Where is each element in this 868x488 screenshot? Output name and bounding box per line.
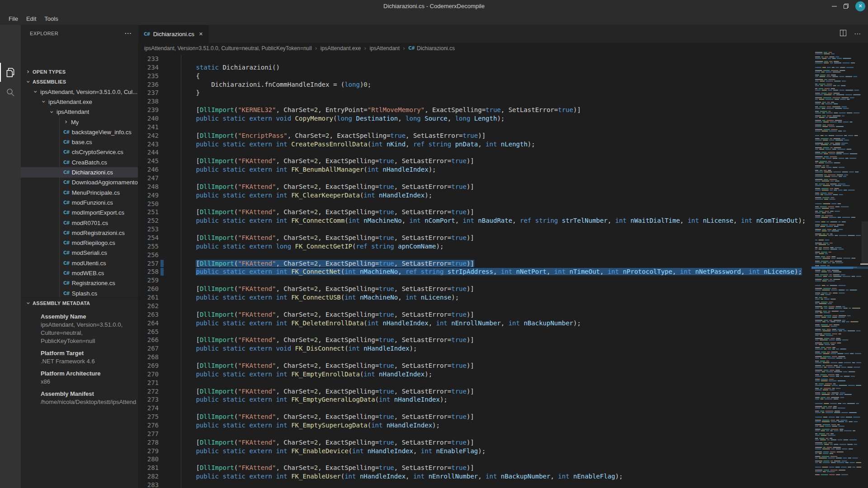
code-line-236[interactable]: 236 Dichiarazioni.fnCommHandleIndex = (l… — [138, 80, 811, 89]
code-line-235[interactable]: 235 { — [138, 72, 811, 80]
sidebar-item-modimportexport-cs[interactable]: modImportExport.cs — [21, 208, 138, 218]
more-actions-icon[interactable]: ⋯ — [854, 30, 861, 38]
code-line-270[interactable]: 270 public static extern int FK_EmptyEnr… — [138, 370, 811, 379]
code-line-259[interactable]: 259 — [138, 276, 811, 285]
menu-item-file[interactable]: File — [5, 14, 22, 23]
sidebar-item-modr0701-cs[interactable]: modR0701.cs — [21, 218, 138, 228]
sidebar-item-my[interactable]: ›My — [21, 117, 138, 127]
scrollbar-slider[interactable] — [862, 221, 868, 265]
close-icon[interactable]: ✕ — [855, 1, 865, 11]
overview-ruler[interactable] — [861, 51, 868, 488]
breadcrumb-item[interactable]: ipsAttendant, Version=3.51.0.0, Culture=… — [144, 45, 312, 52]
code-line-268[interactable]: 268 — [138, 353, 811, 361]
sidebar-item-ipsattendant-version-3-51-0-0-cul-[interactable]: ›ipsAttendant, Version=3.51.0.0, Cul... — [21, 87, 138, 97]
code-line-276[interactable]: 276 public static extern int FK_EmptySup… — [138, 421, 811, 430]
code-line-251[interactable]: 251 [DllImport("FKAttend", CharSet=2, Ex… — [138, 208, 811, 216]
code-line-278[interactable]: 278 [DllImport("FKAttend", CharSet=2, Ex… — [138, 438, 811, 447]
code-line-272[interactable]: 272 [DllImport("FKAttend", CharSet=2, Ex… — [138, 387, 811, 396]
code-line-254[interactable]: 254 [DllImport("FKAttend", CharSet=2, Ex… — [138, 234, 811, 242]
code-line-269[interactable]: 269 [DllImport("FKAttend", CharSet=2, Ex… — [138, 361, 811, 370]
code-line-267[interactable]: 267 public static extern void FK_DisConn… — [138, 344, 811, 353]
menu-item-tools[interactable]: Tools — [40, 14, 62, 23]
code-line-257[interactable]: 257 [DllImport("FKAttend", CharSet=2, Ex… — [138, 259, 811, 268]
sidebar-item-menuprincipale-cs[interactable]: MenuPrincipale.cs — [21, 188, 138, 197]
sidebar-item-modseriali-cs[interactable]: modSeriali.cs — [21, 248, 138, 258]
code-line-283[interactable]: 283 — [138, 481, 811, 488]
code-line-239[interactable]: 239 [DllImport("KERNEL32", CharSet=2, En… — [138, 106, 811, 114]
code-line-241[interactable]: 241 — [138, 123, 811, 131]
code-line-242[interactable]: 242 [DllImport("EncriptPass", CharSet=2,… — [138, 131, 811, 140]
restore-icon[interactable] — [843, 3, 849, 9]
menu-item-edit[interactable]: Edit — [22, 14, 40, 23]
line-number: 281 — [138, 464, 165, 472]
code-line-243[interactable]: 243 public static extern int CreatePassE… — [138, 140, 811, 149]
sidebar-item-base-cs[interactable]: base.cs — [21, 137, 138, 147]
code-line-266[interactable]: 266 [DllImport("FKAttend", CharSet=2, Ex… — [138, 336, 811, 344]
section-assembly-metadata[interactable]: › ASSEMBLY METADATA — [21, 298, 138, 309]
code-line-237[interactable]: 237 } — [138, 89, 811, 97]
code-line-273[interactable]: 273 public static extern int FK_EmptyGen… — [138, 395, 811, 404]
minimize-icon[interactable] — [832, 4, 837, 9]
sidebar-item-modweb-cs[interactable]: modWEB.cs — [21, 268, 138, 278]
breadcrumb-item[interactable]: ipsAttendant.exe — [321, 45, 361, 52]
search-icon[interactable] — [0, 82, 21, 102]
sidebar-item-registrazione-cs[interactable]: Registrazione.cs — [21, 278, 138, 288]
sidebar-item-modutenti-cs[interactable]: modUtenti.cs — [21, 258, 138, 268]
code-line-280[interactable]: 280 — [138, 455, 811, 464]
code-line-234[interactable]: 234 static Dichiarazioni() — [138, 63, 811, 72]
code-line-246[interactable]: 246 public static extern int FK_BenumbAl… — [138, 165, 811, 174]
line-number: 278 — [138, 438, 165, 447]
sidebar-item-creabatch-cs[interactable]: CreaBatch.cs — [21, 157, 138, 167]
code-line-256[interactable]: 256 — [138, 251, 811, 259]
sidebar-item-ipsattendant-exe[interactable]: ›ipsAttendant.exe — [21, 97, 138, 107]
code-line-250[interactable]: 250 — [138, 200, 811, 208]
code-line-263[interactable]: 263 [DllImport("FKAttend", CharSet=2, Ex… — [138, 310, 811, 319]
code-line-277[interactable]: 277 — [138, 430, 811, 438]
sidebar-item-ipsattendant[interactable]: ›ipsAttendant — [21, 107, 138, 117]
sidebar-item-splash-cs[interactable]: Splash.cs — [21, 288, 138, 298]
code-line-245[interactable]: 245 [DllImport("FKAttend", CharSet=2, Ex… — [138, 157, 811, 165]
code-line-279[interactable]: 279 public static extern int FK_EnableDe… — [138, 447, 811, 455]
sidebar-item-backstageview-info-cs[interactable]: backstageView_info.cs — [21, 127, 138, 137]
code-line-275[interactable]: 275 [DllImport("FKAttend", CharSet=2, Ex… — [138, 413, 811, 421]
code-line-282[interactable]: 282 public static extern int FK_EnableUs… — [138, 472, 811, 481]
code-line-248[interactable]: 248 [DllImport("FKAttend", CharSet=2, Ex… — [138, 183, 811, 191]
code-line-253[interactable]: 253 — [138, 225, 811, 234]
code-line-content: public static extern int FK_ConnectNet(i… — [165, 267, 811, 276]
more-actions-icon[interactable]: ⋯ — [124, 29, 132, 38]
code-line-271[interactable]: 271 — [138, 379, 811, 387]
sidebar-item-clscryptoservice-cs[interactable]: clsCryptoService.cs — [21, 147, 138, 157]
tab-dichiarazioni[interactable]: Dichiarazioni.cs — [138, 25, 208, 43]
split-editor-icon[interactable] — [840, 29, 847, 38]
code-line-238[interactable]: 238 — [138, 97, 811, 106]
section-open-types[interactable]: › OPEN TYPES — [21, 67, 138, 77]
code-line-260[interactable]: 260 [DllImport("FKAttend", CharSet=2, Ex… — [138, 285, 811, 293]
section-assemblies[interactable]: › ASSEMBLIES — [21, 77, 138, 87]
breadcrumb[interactable]: ipsAttendant, Version=3.51.0.0, Culture=… — [138, 43, 868, 53]
minimap[interactable] — [811, 51, 861, 488]
code-line-262[interactable]: 262 — [138, 302, 811, 310]
code-line-264[interactable]: 264 public static extern int FK_DeleteEn… — [138, 319, 811, 328]
breadcrumb-item[interactable]: Dichiarazioni.cs — [417, 45, 455, 52]
tab-close-icon[interactable] — [199, 31, 203, 37]
sidebar-item-modriepilogo-cs[interactable]: modRiepilogo.cs — [21, 238, 138, 248]
code-line-258[interactable]: 258 public static extern int FK_ConnectN… — [138, 267, 811, 276]
code-line-274[interactable]: 274 — [138, 404, 811, 413]
breadcrumb-item[interactable]: ipsAttendant — [369, 45, 400, 52]
code-line-281[interactable]: 281 [DllImport("FKAttend", CharSet=2, Ex… — [138, 464, 811, 472]
code-line-247[interactable]: 247 — [138, 174, 811, 183]
code-line-240[interactable]: 240 public static extern void CopyMemory… — [138, 114, 811, 123]
code-line-261[interactable]: 261 public static extern int FK_ConnectU… — [138, 293, 811, 302]
code-line-255[interactable]: 255 public static extern long FK_Connect… — [138, 242, 811, 251]
code-editor[interactable]: 233234 static Dichiarazioni()235 {236 Di… — [138, 53, 811, 488]
code-line-249[interactable]: 249 public static extern int FK_ClearKee… — [138, 191, 811, 200]
code-line-233[interactable]: 233 — [138, 55, 811, 63]
code-line-252[interactable]: 252 public static extern int FK_ConnectC… — [138, 216, 811, 225]
explorer-files-icon[interactable] — [0, 62, 21, 82]
sidebar-item-downloadaggiornamento-cs[interactable]: DownloadAggiornamento.cs — [21, 178, 138, 188]
code-line-265[interactable]: 265 — [138, 328, 811, 336]
code-line-244[interactable]: 244 — [138, 148, 811, 157]
sidebar-item-modregistrazioni-cs[interactable]: modRegistrazioni.cs — [21, 228, 138, 238]
sidebar-item-dichiarazioni-cs[interactable]: Dichiarazioni.cs — [21, 167, 138, 177]
sidebar-item-modfunzioni-cs[interactable]: modFunzioni.cs — [21, 197, 138, 207]
